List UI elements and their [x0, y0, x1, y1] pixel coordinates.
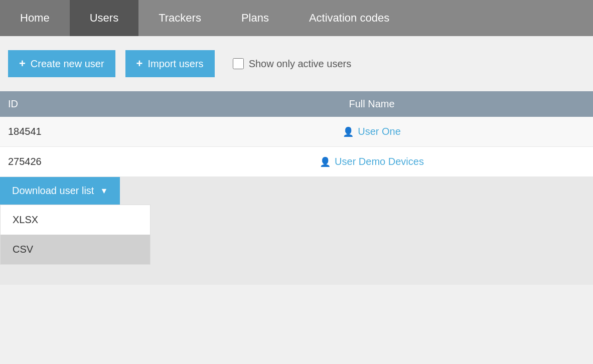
- filter-label-text: Show only active users: [249, 58, 352, 70]
- download-dropdown-menu: XLSX CSV: [0, 205, 151, 265]
- bottom-area: Download user list ▼ XLSX CSV: [0, 177, 593, 285]
- plus-icon-import: +: [136, 57, 143, 70]
- plus-icon: +: [19, 57, 26, 70]
- user-name-link[interactable]: 👤 User Demo Devices: [159, 156, 585, 167]
- table-header: ID Full Name: [0, 91, 593, 117]
- download-label: Download user list: [12, 185, 94, 197]
- create-new-user-label: Create new user: [31, 58, 104, 70]
- import-users-label: Import users: [147, 58, 203, 70]
- users-table: ID Full Name 184541 👤 User One 275426 👤 …: [0, 91, 593, 177]
- download-section: Download user list ▼ XLSX CSV: [0, 177, 151, 265]
- col-name-header: Full Name: [159, 98, 585, 110]
- import-users-button[interactable]: + Import users: [125, 50, 215, 77]
- table-row: 275426 👤 User Demo Devices: [0, 147, 593, 177]
- download-user-list-button[interactable]: Download user list ▼: [0, 177, 120, 205]
- user-id: 184541: [8, 126, 159, 137]
- user-icon: 👤: [343, 126, 354, 137]
- user-id: 275426: [8, 156, 159, 167]
- navigation: Home Users Trackers Plans Activation cod…: [0, 0, 593, 36]
- nav-activation-codes[interactable]: Activation codes: [289, 0, 409, 36]
- toolbar: + Create new user + Import users Show on…: [0, 36, 593, 91]
- download-csv-option[interactable]: CSV: [1, 235, 150, 264]
- col-id-header: ID: [8, 98, 159, 110]
- nav-home[interactable]: Home: [0, 0, 70, 36]
- table-row: 184541 👤 User One: [0, 117, 593, 147]
- chevron-down-icon: ▼: [100, 187, 108, 196]
- download-xlsx-option[interactable]: XLSX: [1, 205, 150, 235]
- create-new-user-button[interactable]: + Create new user: [8, 50, 115, 77]
- user-name-link[interactable]: 👤 User One: [159, 126, 585, 137]
- nav-users[interactable]: Users: [70, 0, 138, 36]
- user-icon: 👤: [320, 156, 331, 167]
- show-only-active-label[interactable]: Show only active users: [233, 58, 352, 70]
- nav-trackers[interactable]: Trackers: [138, 0, 221, 36]
- show-only-active-checkbox[interactable]: [233, 58, 244, 69]
- nav-plans[interactable]: Plans: [221, 0, 289, 36]
